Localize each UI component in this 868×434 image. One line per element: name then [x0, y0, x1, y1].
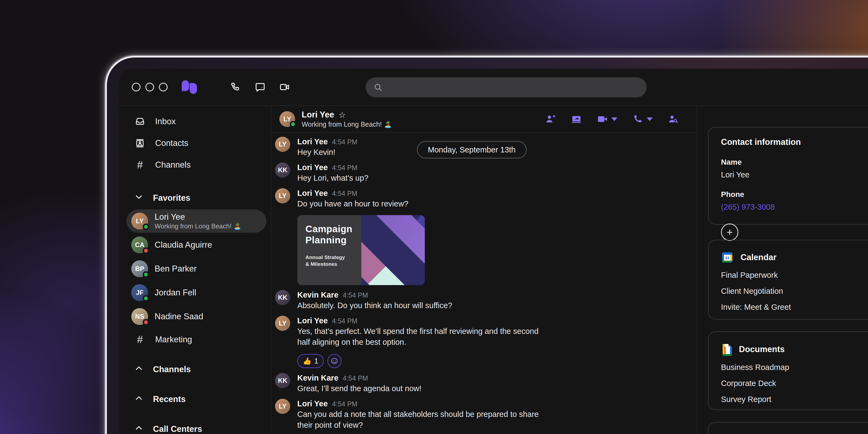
message-time: 4:54 PM [332, 399, 357, 409]
avatar: BP [131, 260, 148, 277]
call-centers-section-header[interactable]: Call Centers [119, 418, 271, 434]
message-sender: Lori Yee [297, 162, 328, 172]
contact-row-ben-parker[interactable]: BP Ben Parker [126, 257, 267, 280]
message-sender: Kevin Kare [297, 373, 339, 383]
phone-icon[interactable] [230, 82, 241, 93]
contact-row-jordan-fell[interactable]: JF Jordan Fell [126, 281, 267, 304]
screen-share-button[interactable] [571, 113, 582, 125]
channel-name: Marketing [155, 335, 192, 344]
favorite-star-icon[interactable]: ☆ [339, 110, 346, 120]
recents-section-header[interactable]: Recents [119, 389, 271, 410]
google-calendar-icon: 31 [721, 251, 734, 264]
search-person-button[interactable] [667, 113, 679, 125]
document-item[interactable]: Survey Report Ju [721, 395, 868, 404]
document-item[interactable]: Corporate Deck Ju [721, 379, 868, 388]
contact-name: Claudia Aguirre [155, 240, 212, 250]
chat-contact-status: Working from Long Beach! 🏝️ [302, 120, 392, 128]
contacts-icon [134, 138, 145, 149]
message: KK Kevin Kare 4:54 PM Great, I’ll send t… [275, 373, 696, 394]
add-reaction-button[interactable] [328, 354, 341, 368]
avatar: KK [275, 162, 290, 178]
window-zoom-button[interactable] [159, 83, 167, 91]
message-time: 4:54 PM [332, 188, 357, 198]
message-text: Can you add a note that all stakeholders… [297, 409, 541, 431]
name-label: Name [721, 158, 868, 166]
avatar: JF [131, 284, 148, 301]
calendar-card: 31 Calendar Final Paperwork Ju Client Ne… [708, 240, 868, 319]
message: KK Lori Yee 4:54 PM Hey Lori, what’s up? [275, 162, 696, 183]
calendar-item[interactable]: Invite: Meet & Greet Ju [721, 303, 868, 312]
reaction-thumbs-up[interactable]: 👍 1 [297, 354, 323, 368]
message-time: 4:54 PM [332, 163, 357, 173]
message-sender: Lori Yee [297, 137, 328, 147]
attachment-campaign-planning[interactable]: Campaign Planning Annual Strategy & Mile… [297, 215, 425, 285]
phone-link[interactable]: (265) 973-3008 [721, 203, 868, 212]
documents-card: Documents Business Roadmap Ju Corporate … [708, 332, 868, 410]
avatar: KK [275, 290, 290, 305]
message-text: Absolutely. Do you think an hour will su… [297, 300, 452, 311]
avatar: NS [131, 308, 148, 325]
contact-information-card: Contact information Name Lori Yee Phone … [708, 127, 868, 225]
chat-contact-name: Lori Yee [302, 110, 334, 120]
contact-name: Ben Parker [155, 264, 197, 274]
sidebar-item-channels[interactable]: # Channels [119, 154, 271, 176]
chat-header: LY Lori Yee ☆ Working from Long Beach! 🏝… [271, 106, 696, 133]
app-window: Inbox Contacts # Channels [119, 69, 868, 434]
sidebar-item-contacts[interactable]: Contacts [119, 132, 271, 154]
contact-row-lori-yee[interactable]: LY Lori Yee Working from Long Beach! 🏝️ [126, 209, 267, 233]
messages-icon[interactable] [254, 82, 266, 93]
titlebar [119, 69, 868, 106]
calendar-item[interactable]: Final Paperwork Ju [721, 271, 868, 280]
search-icon [373, 83, 383, 92]
phone-label: Phone [721, 190, 868, 199]
details-panel: Contact information Name Lori Yee Phone … [697, 106, 868, 434]
dialpad-logo-icon [182, 80, 198, 94]
video-icon[interactable] [279, 82, 290, 93]
message-sender: Kevin Kare [297, 290, 339, 300]
hash-icon: # [134, 334, 145, 345]
document-item[interactable]: Business Roadmap Ju [721, 363, 868, 372]
add-person-button[interactable] [545, 113, 556, 125]
sidebar-item-label: Inbox [155, 117, 176, 126]
message-time: 4:54 PM [343, 373, 368, 383]
message-time: 4:54 PM [343, 290, 368, 300]
sidebar-item-inbox[interactable]: Inbox [119, 111, 271, 132]
attachment-subtitle: & Milestones [305, 261, 361, 268]
contact-information-title: Contact information [721, 137, 868, 147]
message-text: Hey Kevin! [297, 147, 357, 158]
contact-name: Lori Yee [155, 212, 241, 222]
call-button[interactable] [632, 113, 653, 125]
svg-text:31: 31 [725, 255, 730, 260]
window-close-button[interactable] [132, 83, 141, 91]
message: LY Lori Yee 4:54 PM Yes, that’s perfect.… [275, 316, 696, 368]
section-label: Call Centers [153, 424, 202, 434]
section-label: Recents [153, 394, 186, 404]
favorites-section-header[interactable]: Favorites [119, 187, 271, 209]
sidebar: Inbox Contacts # Channels [119, 106, 271, 434]
chat-panel: LY Lori Yee ☆ Working from Long Beach! 🏝… [271, 106, 697, 434]
presence-dot-busy [143, 319, 149, 326]
global-search[interactable] [366, 77, 647, 97]
attachment-artwork [361, 215, 425, 285]
window-minimize-button[interactable] [145, 83, 154, 91]
message: LY Lori Yee 4:54 PM Can you add a note t… [275, 399, 696, 431]
calendar-item[interactable]: Client Negotiation Ju [721, 287, 868, 296]
chevron-down-icon [611, 118, 617, 121]
video-call-button[interactable] [597, 113, 617, 125]
presence-dot-online [143, 223, 149, 230]
contact-name: Jordan Fell [155, 288, 196, 298]
chevron-up-icon [134, 424, 143, 434]
smiley-icon [330, 357, 339, 365]
contact-row-nadine-saad[interactable]: NS Nadine Saad [126, 305, 267, 328]
avatar: LY [275, 399, 290, 414]
add-contact-detail-button[interactable]: + [721, 223, 738, 241]
channels-section-header[interactable]: Channels [119, 359, 271, 380]
sidebar-item-marketing[interactable]: # Marketing [119, 329, 271, 350]
chevron-down-icon [134, 193, 143, 204]
contact-row-claudia-aguirre[interactable]: CA Claudia Aguirre [126, 233, 267, 257]
avatar: LY [275, 188, 290, 204]
reaction-count: 1 [314, 357, 318, 365]
message-time: 4:54 PM [332, 137, 357, 147]
search-input[interactable] [383, 83, 647, 92]
avatar: LY [131, 213, 148, 229]
